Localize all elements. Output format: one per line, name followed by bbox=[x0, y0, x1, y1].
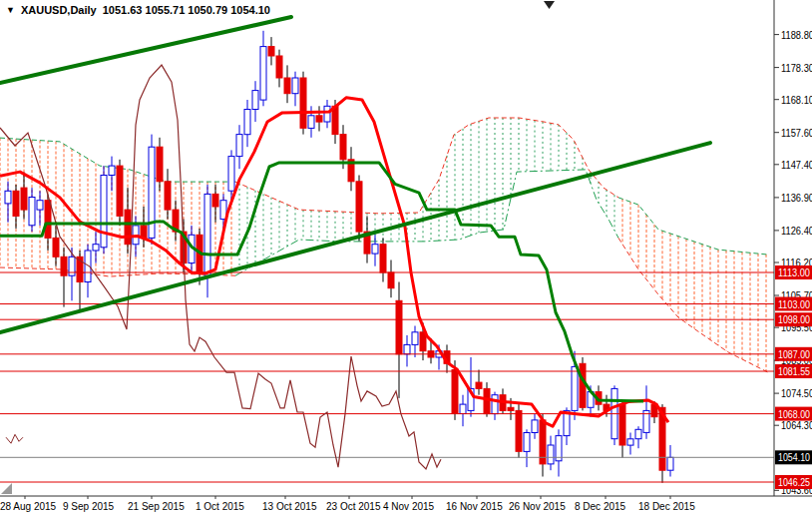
candle bbox=[356, 176, 362, 242]
kumo-bearish bbox=[618, 198, 768, 372]
price-tick-label: 1178.30 bbox=[781, 62, 812, 74]
candle bbox=[244, 100, 250, 147]
chikou-fragment bbox=[6, 434, 23, 443]
candle bbox=[611, 385, 617, 445]
tenkan-red-line bbox=[0, 98, 668, 426]
date-tick-label: 18 Dec 2015 bbox=[638, 501, 695, 512]
chart-title-row: ▼ XAUUSD,Daily 1051.63 1055.71 1050.79 1… bbox=[6, 4, 270, 16]
price-axis: 1188.801178.301168.101157.601147.401136.… bbox=[774, 0, 812, 496]
candle bbox=[21, 172, 27, 219]
symbol-dropdown-arrow-icon[interactable]: ▼ bbox=[6, 6, 15, 15]
price-tick-label: 1147.40 bbox=[781, 159, 812, 171]
candle bbox=[29, 188, 35, 232]
candle bbox=[141, 207, 147, 248]
date-tick-label: 28 Aug 2015 bbox=[0, 501, 57, 512]
chart-quote-ohlc: 1051.63 1055.71 1050.79 1054.10 bbox=[103, 4, 270, 16]
price-tick-label: 1074.50 bbox=[781, 387, 812, 399]
candle bbox=[236, 125, 242, 169]
price-tick-label: 1168.10 bbox=[781, 94, 812, 106]
chart-shift-marker-icon[interactable] bbox=[544, 1, 555, 9]
date-tick-label: 9 Sep 2015 bbox=[63, 501, 115, 512]
kumo-bullish bbox=[235, 118, 618, 275]
candle bbox=[165, 169, 171, 219]
date-tick-label: 1 Oct 2015 bbox=[196, 501, 244, 512]
date-tick-label: 16 Nov 2015 bbox=[446, 501, 503, 512]
candle bbox=[619, 401, 625, 458]
trendline-2[interactable] bbox=[0, 17, 291, 83]
price-badge-1046.25: 1046.25 bbox=[775, 475, 812, 489]
candle bbox=[372, 235, 378, 265]
price-badge-1054.10: 1054.10 bbox=[775, 450, 812, 464]
price-badges: 1113.001103.001098.001087.001081.551068.… bbox=[775, 265, 812, 489]
candle bbox=[5, 182, 11, 223]
date-tick-label: 26 Nov 2015 bbox=[509, 501, 566, 512]
kijun-line bbox=[0, 163, 643, 401]
svg-text:1103.00: 1103.00 bbox=[778, 298, 810, 310]
date-tick-label: 4 Nov 2015 bbox=[383, 501, 435, 512]
svg-text:1068.00: 1068.00 bbox=[778, 408, 810, 420]
candle bbox=[548, 436, 554, 471]
price-tick-label: 1188.80 bbox=[781, 29, 812, 41]
candle bbox=[85, 245, 91, 298]
price-tick-label: 1064.30 bbox=[781, 419, 812, 431]
candle bbox=[460, 395, 466, 427]
svg-text:1054.10: 1054.10 bbox=[778, 451, 810, 463]
tenkan-line bbox=[0, 98, 668, 426]
candle bbox=[37, 191, 43, 226]
candle bbox=[324, 100, 330, 128]
svg-text:1098.00: 1098.00 bbox=[778, 313, 810, 325]
price-badge-1068.00: 1068.00 bbox=[775, 407, 812, 421]
candle bbox=[524, 429, 530, 467]
candle bbox=[635, 426, 641, 448]
date-tick-label: 21 Sep 2015 bbox=[128, 501, 185, 512]
candle bbox=[388, 260, 394, 298]
svg-text:1046.25: 1046.25 bbox=[778, 476, 810, 488]
candle bbox=[117, 160, 123, 226]
kijun-green-line bbox=[0, 163, 643, 401]
candles-series bbox=[5, 31, 673, 483]
svg-text:1081.55: 1081.55 bbox=[778, 365, 810, 377]
date-tick-label: 23 Oct 2015 bbox=[326, 501, 381, 512]
candle bbox=[643, 385, 649, 439]
candle bbox=[260, 31, 266, 107]
price-badge-1113.00: 1113.00 bbox=[775, 265, 812, 279]
candle bbox=[667, 445, 673, 477]
candle bbox=[292, 72, 298, 107]
candle bbox=[348, 147, 354, 191]
candle bbox=[101, 166, 107, 254]
svg-text:1087.00: 1087.00 bbox=[778, 348, 810, 360]
date-tick-label: 13 Oct 2015 bbox=[262, 501, 317, 512]
candle bbox=[149, 135, 155, 245]
candle bbox=[125, 188, 131, 254]
candle bbox=[364, 216, 370, 262]
candle bbox=[556, 429, 562, 476]
svg-text:1113.00: 1113.00 bbox=[778, 266, 810, 278]
candle bbox=[157, 138, 163, 192]
candle bbox=[627, 433, 633, 455]
candle bbox=[276, 50, 282, 88]
candle bbox=[109, 157, 115, 192]
chart-symbol-period: XAUUSD,Daily bbox=[21, 4, 97, 16]
price-badge-1081.55: 1081.55 bbox=[775, 364, 812, 378]
candle bbox=[212, 185, 218, 223]
candle bbox=[316, 106, 322, 131]
candle bbox=[300, 72, 306, 135]
price-badge-1103.00: 1103.00 bbox=[775, 297, 812, 311]
price-tick-label: 1157.60 bbox=[781, 127, 812, 139]
candle bbox=[412, 326, 418, 358]
chart-canvas[interactable]: 1188.801178.301168.101157.601147.401136.… bbox=[0, 0, 812, 515]
candle bbox=[476, 370, 482, 395]
candle bbox=[173, 201, 179, 242]
candle bbox=[61, 248, 67, 307]
candle bbox=[532, 414, 538, 439]
price-badge-1087.00: 1087.00 bbox=[775, 347, 812, 361]
candle bbox=[516, 404, 522, 458]
candle bbox=[13, 185, 19, 229]
date-tick-label: 8 Dec 2015 bbox=[575, 501, 626, 512]
candle bbox=[404, 335, 410, 367]
time-axis: 28 Aug 20159 Sep 201521 Sep 20151 Oct 20… bbox=[0, 496, 812, 512]
candle bbox=[268, 37, 274, 65]
candle bbox=[380, 238, 386, 281]
price-badge-1098.00: 1098.00 bbox=[775, 312, 812, 326]
candle bbox=[252, 81, 258, 122]
